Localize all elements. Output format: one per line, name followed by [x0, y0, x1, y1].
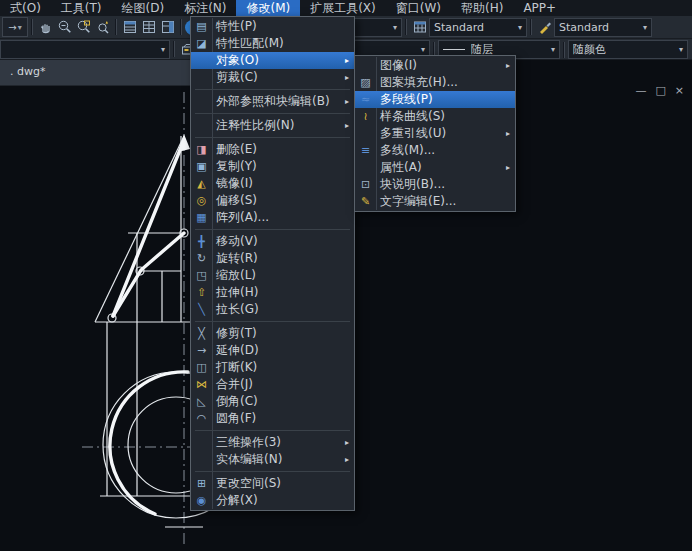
caret-down-icon: ▾ — [676, 45, 683, 54]
toolbar-separator — [31, 19, 33, 35]
submenu-item-icon: ⊡ — [355, 176, 376, 193]
menu-item[interactable]: 外部参照和块编辑(B) ▸ — [191, 93, 354, 110]
lineweight-dropdown[interactable]: 随颜色 ▾ — [568, 40, 688, 59]
menu-item[interactable]: 对象(O) ▸ — [191, 52, 354, 69]
submenu-arrow-icon: ▸ — [345, 455, 354, 464]
layers-palette-button[interactable] — [139, 18, 158, 36]
menubar-item-label: APP+ — [523, 1, 556, 15]
menu-item[interactable]: ⇧ 拉伸(H) — [191, 284, 354, 301]
dim-style-dropdown[interactable]: Standard ▾ — [554, 18, 652, 37]
drawing-tab[interactable]: . dwg* — [0, 65, 45, 78]
menu-item[interactable]: ◫ 打断(K) — [191, 359, 354, 376]
menubar-item[interactable]: 修改(M) — [236, 0, 300, 16]
menubar-item[interactable]: 绘图(D) — [112, 0, 175, 16]
zoom-window-button[interactable] — [74, 18, 93, 36]
submenu-item[interactable]: 图像(I) ▸ — [355, 57, 515, 74]
text-style-manager-button[interactable] — [410, 18, 429, 36]
menu-item[interactable] — [191, 226, 354, 233]
submenu-item[interactable]: ≀ 样条曲线(S) — [355, 108, 515, 125]
submenu-item[interactable]: ▨ 图案填充(H)... — [355, 74, 515, 91]
zoom-realtime-button[interactable] — [55, 18, 74, 36]
menu-item[interactable]: ╋ 移动(V) — [191, 233, 354, 250]
menubar-item[interactable]: 工具(T) — [51, 0, 112, 16]
menu-item[interactable]: 注释性比例(N) ▸ — [191, 117, 354, 134]
submenu-arrow-icon: ▸ — [506, 163, 515, 172]
menu-item[interactable]: ╲ 拉长(G) — [191, 301, 354, 318]
menu-item[interactable]: ◨ 删除(E) — [191, 141, 354, 158]
menu-item[interactable]: ◭ 镜像(I) — [191, 175, 354, 192]
menubar-item[interactable]: 帮助(H) — [451, 0, 513, 16]
menu-item[interactable]: ◉ 分解(X) — [191, 492, 354, 509]
menu-item[interactable] — [191, 427, 354, 434]
menu-item[interactable] — [191, 110, 354, 117]
submenu-item[interactable]: ≡ 多线(M)... — [355, 142, 515, 159]
forward-arrow-icon: → — [8, 22, 16, 33]
menubar-item-label: 标注(N) — [184, 0, 226, 17]
menu-item-icon: ▤ — [191, 18, 212, 35]
sheet-set-button[interactable] — [158, 18, 177, 36]
layers-palette-icon — [141, 19, 157, 35]
menu-item[interactable]: ▣ 复制(Y) — [191, 158, 354, 175]
menubar-item-label: 修改(M) — [246, 0, 290, 17]
menu-item[interactable]: 实体编辑(N) ▸ — [191, 451, 354, 468]
menu-item[interactable]: ▤ 特性(P) — [191, 18, 354, 35]
menu-item-icon: ⊞ — [191, 475, 212, 492]
menubar-item[interactable]: 扩展工具(X) — [300, 0, 386, 16]
menubar-item[interactable]: APP+ — [513, 0, 566, 16]
submenu-item-label: 图像(I) — [376, 57, 417, 74]
menu-item[interactable]: ⋈ 合并(J) — [191, 376, 354, 393]
submenu-item[interactable]: ✎ 文字编辑(E)... — [355, 193, 515, 210]
menu-item[interactable]: ▦ 阵列(A)... — [191, 209, 354, 226]
caret-down-icon: ▾ — [18, 23, 22, 32]
menu-item[interactable]: ⊞ 更改空间(S) — [191, 475, 354, 492]
menu-item[interactable]: 剪裁(C) ▸ — [191, 69, 354, 86]
caret-down-icon: ▾ — [390, 23, 397, 32]
menu-item[interactable] — [191, 468, 354, 475]
submenu-item[interactable]: 多重引线(U) ▸ — [355, 125, 515, 142]
layer-dropdown[interactable]: ▾ — [0, 40, 170, 59]
minimize-button[interactable]: — — [635, 85, 646, 96]
menu-item[interactable]: → 延伸(D) — [191, 342, 354, 359]
submenu-item-label: 样条曲线(S) — [376, 108, 445, 125]
menubar-item[interactable]: 窗口(W) — [386, 0, 451, 16]
menu-item[interactable] — [191, 134, 354, 141]
nav-forward-button[interactable]: → ▾ — [2, 17, 28, 37]
menu-item[interactable]: ◠ 圆角(F) — [191, 410, 354, 427]
menu-item[interactable]: ↻ 旋转(R) — [191, 250, 354, 267]
menu-item[interactable] — [191, 86, 354, 93]
menu-item[interactable] — [191, 318, 354, 325]
menu-item-icon: ◭ — [191, 175, 212, 192]
menu-item-label: 移动(V) — [212, 233, 258, 250]
menu-item[interactable]: ╳ 修剪(T) — [191, 325, 354, 342]
restore-button[interactable]: □ — [655, 85, 665, 96]
dim-style-manager-button[interactable] — [535, 18, 554, 36]
menu-item-label: 外部参照和块编辑(B) — [212, 93, 330, 110]
submenu-item-label: 多线(M)... — [376, 142, 435, 159]
menu-item-label: 复制(Y) — [212, 158, 257, 175]
close-button[interactable]: × — [675, 85, 684, 96]
menu-item-label: 分解(X) — [212, 492, 258, 509]
menubar-item-label: 绘图(D) — [122, 0, 165, 17]
menu-item-icon: ╳ — [191, 325, 212, 342]
properties-palette-button[interactable] — [120, 18, 139, 36]
submenu-item[interactable]: ≈ 多段线(P) — [355, 91, 515, 108]
menu-item[interactable]: ◳ 缩放(L) — [191, 267, 354, 284]
menu-item-label: 对象(O) — [212, 52, 259, 69]
menu-item-label: 缩放(L) — [212, 267, 256, 284]
dim-style-value: Standard — [559, 21, 640, 34]
submenu-item[interactable]: 属性(A) ▸ — [355, 159, 515, 176]
menu-item[interactable]: ◎ 偏移(S) — [191, 192, 354, 209]
menu-item-label: 特性匹配(M) — [212, 35, 284, 52]
menubar-item[interactable]: 标注(N) — [174, 0, 236, 16]
menu-item[interactable]: 三维操作(3) ▸ — [191, 434, 354, 451]
menubar-item[interactable]: 式(O) — [0, 0, 51, 16]
menu-item[interactable]: ◪ 特性匹配(M) — [191, 35, 354, 52]
menu-item[interactable]: ◺ 倒角(C) — [191, 393, 354, 410]
submenu-item[interactable]: ⊡ 块说明(B)... — [355, 176, 515, 193]
pan-button[interactable] — [36, 18, 55, 36]
menu-item-icon: ◪ — [191, 35, 212, 52]
zoom-scale-button[interactable] — [93, 18, 112, 36]
menu-item-label: 延伸(D) — [212, 342, 259, 359]
menu-item-label: 旋转(R) — [212, 250, 258, 267]
text-style-dropdown[interactable]: Standard ▾ — [429, 18, 527, 37]
